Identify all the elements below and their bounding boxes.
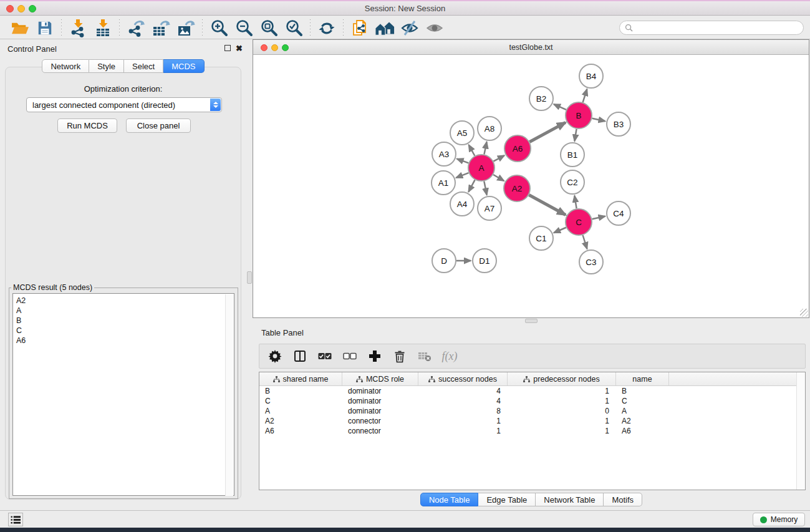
window-resize-grip[interactable] [800,309,808,317]
tab-select[interactable]: Select [124,59,163,73]
graph-edge-A-A1[interactable] [456,173,468,178]
column-header-predecessor-nodes[interactable]: predecessor nodes [508,372,616,385]
cell-shared-name[interactable]: C [259,397,342,405]
control-panel-close-button[interactable]: ✖ [236,45,243,52]
splitter-handle[interactable] [525,319,538,323]
cell-successor-nodes[interactable]: 1 [418,427,508,435]
result-item[interactable]: A [16,306,234,316]
graph-edge-A2-C[interactable] [529,195,566,215]
deselect-all-button[interactable] [342,348,358,364]
cell-predecessor-nodes[interactable]: 1 [508,417,616,425]
graph-edge-A-A5[interactable] [469,145,475,156]
graph-edge-A-A4[interactable] [468,180,475,191]
graph-edge-A-A3[interactable] [457,159,469,163]
graph-edge-A-A7[interactable] [484,181,486,195]
table-row[interactable]: C dominator 4 1 C [259,396,805,406]
graph-node-A8[interactable]: A8 [478,117,501,140]
search-input[interactable] [636,24,803,32]
close-panel-button[interactable]: Close panel [126,118,191,133]
cell-shared-name[interactable]: B [259,387,342,395]
cell-shared-name[interactable]: A6 [259,427,342,435]
control-panel-float-button[interactable] [224,45,231,52]
graph-node-C1[interactable]: C1 [529,226,553,250]
graph-edge-C-C1[interactable] [554,228,566,233]
zoom-fit-button[interactable] [256,18,281,38]
add-column-button[interactable] [367,348,383,364]
splitter-handle[interactable] [247,271,252,284]
column-header-name[interactable]: name [616,372,669,385]
table-row[interactable]: A2 connector 1 1 A2 [259,416,805,426]
graph-node-B[interactable]: B [566,102,592,128]
cell-mcds-role[interactable]: connector [342,427,418,435]
result-item[interactable]: A2 [16,296,234,306]
delete-table-button[interactable] [417,348,433,364]
zoom-in-button[interactable] [206,18,231,38]
graph-node-A1[interactable]: A1 [432,171,455,195]
graph-node-D[interactable]: D [432,249,456,273]
graph-node-A7[interactable]: A7 [478,196,501,220]
table-row[interactable]: A6 connector 1 1 A6 [259,426,805,436]
import-network-button[interactable] [65,18,90,38]
tab-node-table[interactable]: Node Table [420,493,479,506]
cell-name[interactable]: B [616,387,669,395]
graph-node-B3[interactable]: B3 [607,112,630,136]
cell-successor-nodes[interactable]: 4 [418,387,508,395]
run-mcds-button[interactable]: Run MCDS [57,118,117,133]
hide-selected-button[interactable] [397,18,422,38]
tab-network-table[interactable]: Network Table [536,493,604,506]
graph-edge-B-B2[interactable] [554,104,566,110]
cell-successor-nodes[interactable]: 8 [418,407,508,415]
delete-column-button[interactable] [392,348,408,364]
graph-node-A3[interactable]: A3 [432,142,456,166]
table-row[interactable]: B dominator 4 1 B [259,386,805,396]
tab-style[interactable]: Style [89,59,124,73]
tab-mcds[interactable]: MCDS [163,59,204,73]
memory-button[interactable]: Memory [753,513,805,526]
cell-mcds-role[interactable]: connector [342,417,418,425]
open-session-button[interactable] [7,18,32,38]
select-all-button[interactable] [317,348,333,364]
graph-node-A5[interactable]: A5 [450,121,474,145]
graph-edge-B-B3[interactable] [592,118,605,122]
zoom-out-button[interactable] [231,18,256,38]
zoom-selected-button[interactable] [281,18,306,38]
network-canvas[interactable]: B4B2BB3A8A5A6A3B1AA1C2A2A4A7C4CC1C3DD1 [254,56,809,317]
task-history-button[interactable] [8,513,23,526]
graph-node-B1[interactable]: B1 [561,143,584,167]
graph-node-A4[interactable]: A4 [450,192,474,216]
function-builder-button[interactable]: f(x) [441,348,458,364]
cell-mcds-role[interactable]: dominator [342,387,418,395]
cell-predecessor-nodes[interactable]: 1 [508,397,616,405]
graph-node-C2[interactable]: C2 [561,170,584,194]
graph-node-B2[interactable]: B2 [529,87,553,110]
tab-network[interactable]: Network [42,59,89,73]
result-item[interactable]: B [16,316,234,326]
graph-edge-B-B4[interactable] [583,89,587,102]
export-network-button[interactable] [123,18,148,38]
graph-edge-C-C3[interactable] [583,235,587,249]
column-header-shared-name[interactable]: shared name [259,372,342,385]
column-header-mcds-role[interactable]: MCDS role [342,372,418,385]
export-image-button[interactable] [173,18,198,38]
cell-successor-nodes[interactable]: 4 [418,397,508,405]
graph-node-C4[interactable]: C4 [607,201,630,225]
graph-edge-C-C4[interactable] [592,216,605,220]
criterion-select[interactable]: largest connected component (directed) [26,97,222,112]
vertical-splitter[interactable] [246,39,253,510]
graph-edge-C-C2[interactable] [574,196,576,209]
cell-shared-name[interactable]: A [259,407,342,415]
first-neighbors-button[interactable] [372,18,397,38]
cell-predecessor-nodes[interactable]: 1 [508,427,616,435]
tab-edge-table[interactable]: Edge Table [478,493,536,506]
column-header-successor-nodes[interactable]: successor nodes [418,372,508,385]
graph-edge-A-A6[interactable] [493,155,504,161]
graph-edge-A6-B[interactable] [529,122,566,142]
refresh-button[interactable] [314,18,339,38]
cell-name[interactable]: A [616,407,669,415]
show-all-button[interactable] [422,18,447,38]
cell-shared-name[interactable]: A2 [259,417,342,425]
cell-mcds-role[interactable]: dominator [342,407,418,415]
graph-node-A6[interactable]: A6 [504,135,531,162]
graph-edge-A-A8[interactable] [484,142,486,155]
mcds-result-list[interactable]: A2 A B C A6 [12,293,234,496]
